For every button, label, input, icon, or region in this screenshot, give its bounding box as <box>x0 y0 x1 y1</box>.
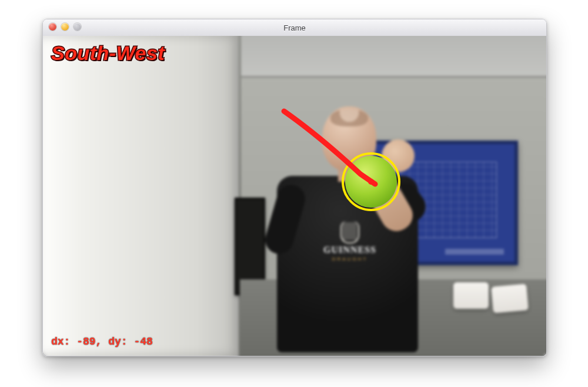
motion-trail <box>43 36 546 356</box>
window-title: Frame <box>283 24 306 32</box>
traffic-lights <box>49 23 81 31</box>
titlebar[interactable]: Frame <box>43 19 546 36</box>
app-window: Frame <box>42 19 547 356</box>
direction-label: South-West <box>51 42 165 65</box>
minimize-icon[interactable] <box>61 23 69 31</box>
page: Frame <box>0 0 588 387</box>
delta-readout: dx: -89, dy: -48 <box>51 336 153 348</box>
video-frame: GUINNESS DRAUGHT South-West dx: -89, dy:… <box>43 36 546 356</box>
scene: GUINNESS DRAUGHT South-West dx: -89, dy:… <box>43 36 546 356</box>
centroid-dot <box>368 179 374 185</box>
close-icon[interactable] <box>49 23 56 31</box>
zoom-icon[interactable] <box>74 23 81 31</box>
